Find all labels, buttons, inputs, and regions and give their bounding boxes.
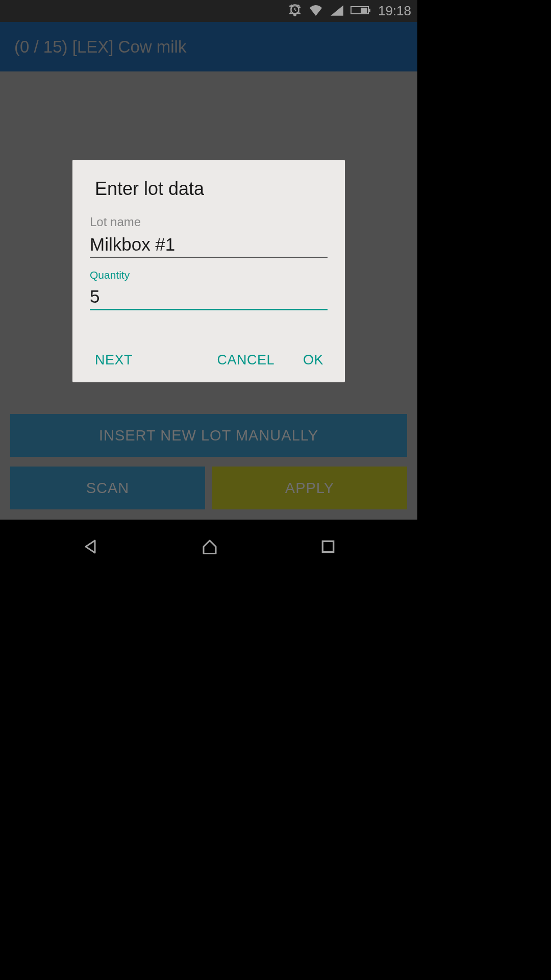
next-button[interactable]: NEXT: [90, 352, 133, 368]
quantity-label: Quantity: [90, 269, 328, 281]
lot-name-input[interactable]: [90, 233, 328, 258]
modal-overlay[interactable]: Enter lot data Lot name Quantity NEXT CA…: [0, 0, 417, 687]
lot-name-label: Lot name: [90, 215, 328, 229]
ok-button[interactable]: OK: [303, 352, 323, 368]
dialog-title: Enter lot data: [90, 178, 328, 200]
quantity-input[interactable]: [90, 285, 328, 310]
enter-lot-data-dialog: Enter lot data Lot name Quantity NEXT CA…: [72, 160, 345, 382]
cancel-button[interactable]: CANCEL: [217, 352, 274, 368]
